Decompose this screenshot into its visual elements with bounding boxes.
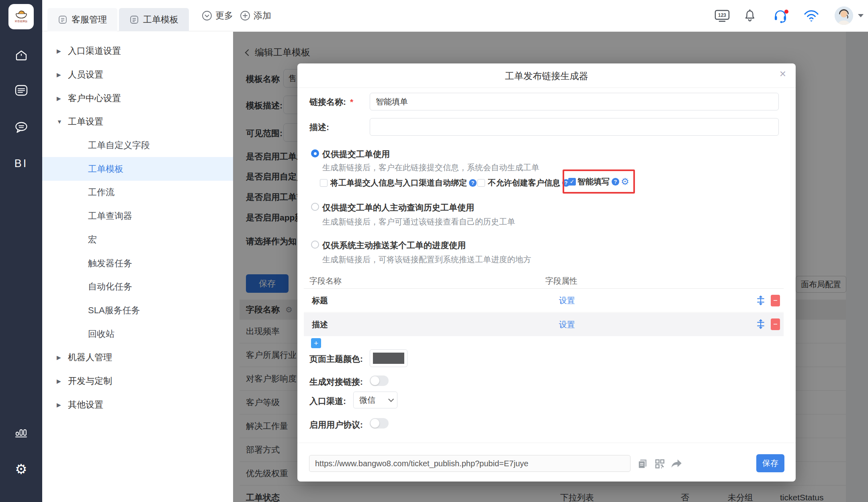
radio-desc: 生成新链接后，客户可通过该链接查看自己的历史工单 [322,216,515,227]
user-menu[interactable] [835,0,864,31]
modal-footer-divider [297,443,796,443]
add-field-button[interactable]: + [311,338,321,348]
sidebar-item-customer-center[interactable]: ▶客户中心设置 [42,86,233,110]
smart-fill-gear-icon[interactable]: ⚙ [621,176,629,187]
checkbox-smart-fill[interactable]: ✓ 智能填写 ? ⚙ [568,175,629,188]
close-icon[interactable]: × [780,68,786,80]
field-row-name: 标题 [312,295,328,306]
sidebar-item-custom-fields[interactable]: 工单自定义字段 [42,134,233,157]
sidebar-item-macro[interactable]: 宏 [42,228,233,252]
help-question-icon[interactable]: ? [612,178,619,186]
settings-gear-icon[interactable]: ⚙ [0,461,42,477]
tab-service-management[interactable]: 客服管理 [47,8,117,31]
headset-icon[interactable] [773,0,789,31]
sidebar-item-sla-tasks[interactable]: SLA服务任务 [42,299,233,322]
link-toggle[interactable] [370,375,389,386]
doc-icon [58,15,68,24]
sidebar-item-development[interactable]: ▶开发与定制 [42,369,233,393]
channel-select[interactable]: 微信 [353,392,397,408]
channel-label: 入口渠道: [309,396,346,407]
share-icon[interactable] [670,458,682,471]
checkbox-label: 不允许创建客户信息 [488,178,560,188]
desc-input[interactable] [370,118,779,136]
sidebar-item-label: 触发器任务 [88,257,132,269]
sidebar-item-other-settings[interactable]: ▶其他设置 [42,393,233,416]
caret-down-icon: ▼ [57,118,62,125]
modal-header-divider [297,88,796,88]
sidebar-item-robot-management[interactable]: ▶机器人管理 [42,346,233,369]
settings-sidebar: ▶入口渠道设置 ▶人员设置 ▶客户中心设置 ▼工单设置 工单自定义字段 工单模板… [42,32,233,502]
checkbox-checked-icon: ✓ [568,178,576,186]
tickets-icon[interactable] [0,84,42,96]
sidebar-item-label: 开发与定制 [68,375,112,387]
network-wifi-icon[interactable] [803,0,820,31]
radio-desc: 生成新链接后，可将该链接配置到系统推送工单进度的地方 [322,254,531,265]
remove-field-button[interactable]: − [771,295,780,306]
tab-label: 客服管理 [72,14,107,26]
sidebar-item-label: 工单自定义字段 [88,139,150,151]
sidebar-item-label: 回收站 [88,328,115,340]
agreement-toggle[interactable] [370,418,389,429]
caret-right-icon: ▶ [57,354,61,361]
reorder-icon[interactable] [755,319,766,331]
select-chevron-icon [388,396,394,402]
remove-field-button[interactable]: − [771,318,780,330]
sidebar-item-label: 客户中心设置 [68,92,121,104]
reorder-icon[interactable] [755,295,766,307]
avatar-caret-icon [858,14,864,17]
publish-url-input[interactable] [309,455,631,472]
bowl-icon [15,10,27,19]
radio-label[interactable]: 仅供提交工单的人主动查询历史工单使用 [322,202,474,213]
more-label: 更多 [215,10,233,22]
brand-logo[interactable]: 鲜香猪脚饭 [8,4,34,29]
sidebar-item-ticket-settings[interactable]: ▼工单设置 [42,110,233,134]
field-settings-link[interactable]: 设置 [559,319,575,330]
sidebar-item-workflow[interactable]: 工作流 [42,181,233,204]
sidebar-item-trigger-tasks[interactable]: 触发器任务 [42,251,233,275]
link-generator-modal: 工单发布链接生成器 × 链接名称:* 描述: 仅供提交工单使用 生成新链接后，客… [297,63,796,482]
field-table-divider [304,288,784,289]
tab-ticket-template[interactable]: 工单模板 [119,8,189,31]
theme-color-picker[interactable] [370,349,407,367]
add-label: 添加 [254,10,271,22]
sidebar-item-label: 宏 [88,234,97,246]
sidebar-item-ticket-template[interactable]: 工单模板 [42,157,233,181]
field-table-col2: 字段属性 [545,275,577,286]
checkbox-icon [320,179,328,187]
checkbox-no-customer[interactable]: 不允许创建客户信息 ? [477,177,570,189]
field-row-name: 描述 [312,319,328,330]
link-name-input[interactable] [370,93,779,110]
home-icon[interactable] [0,49,42,62]
field-row-desc: 描述 设置 − [304,313,784,336]
brand-name: 鲜香猪脚饭 [15,20,28,23]
link-name-label: 链接名称:* [309,96,353,108]
more-menu[interactable]: 更多 [202,0,233,31]
sidebar-item-ticket-query[interactable]: 工单查询器 [42,204,233,228]
notification-bell-icon[interactable] [743,0,756,31]
radio-label[interactable]: 仅供提交工单使用 [322,149,390,160]
caret-right-icon: ▶ [57,402,61,408]
chat-icon[interactable] [0,121,42,134]
add-menu[interactable]: 添加 [240,0,271,31]
copy-icon[interactable] [637,458,648,471]
field-row-title: 标题 设置 − [304,289,784,312]
radio-submit-ticket[interactable] [311,149,319,157]
checkbox-bind-channel[interactable]: 将工单提交人信息与入口渠道自动绑定 ? [320,177,477,189]
qr-code-icon[interactable] [654,458,665,471]
help-question-icon[interactable]: ? [469,179,477,187]
radio-query-history[interactable] [311,203,319,211]
channel-value: 微信 [359,395,375,406]
modal-title: 工单发布链接生成器 [297,70,796,82]
workbench-123-icon[interactable]: 123 [714,0,730,31]
sidebar-item-entry-channel[interactable]: ▶入口渠道设置 [42,39,233,63]
radio-push-progress[interactable] [311,241,319,249]
bi-nav[interactable]: BI [0,157,42,170]
radio-label[interactable]: 仅供系统主动推送某个工单的进度使用 [322,240,466,251]
sidebar-item-automation-tasks[interactable]: 自动化任务 [42,275,233,299]
modal-save-button[interactable]: 保存 [756,454,784,472]
stats-icon[interactable] [0,426,42,439]
field-settings-link[interactable]: 设置 [559,295,575,306]
sidebar-item-recycle-bin[interactable]: 回收站 [42,322,233,346]
caret-right-icon: ▶ [57,48,61,54]
sidebar-item-personnel[interactable]: ▶人员设置 [42,63,233,87]
